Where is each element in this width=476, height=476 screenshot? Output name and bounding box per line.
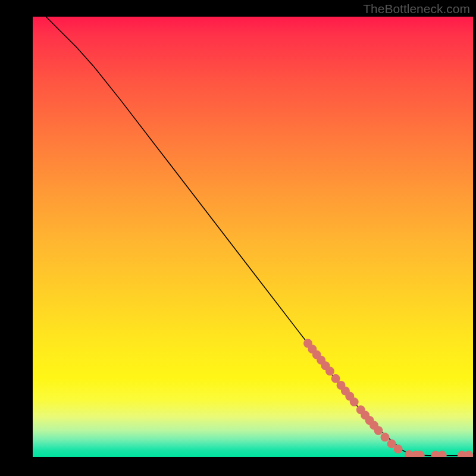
data-point (464, 451, 473, 457)
scatter-points (303, 339, 473, 457)
data-point (374, 426, 383, 435)
data-point (350, 397, 359, 406)
data-point (325, 367, 334, 375)
chart-svg (33, 17, 473, 457)
data-point (394, 444, 403, 453)
data-point (381, 433, 390, 441)
plot-area (33, 17, 473, 457)
attribution-text: TheBottleneck.com (363, 2, 470, 16)
data-point (438, 451, 447, 457)
curve-line (46, 17, 473, 456)
